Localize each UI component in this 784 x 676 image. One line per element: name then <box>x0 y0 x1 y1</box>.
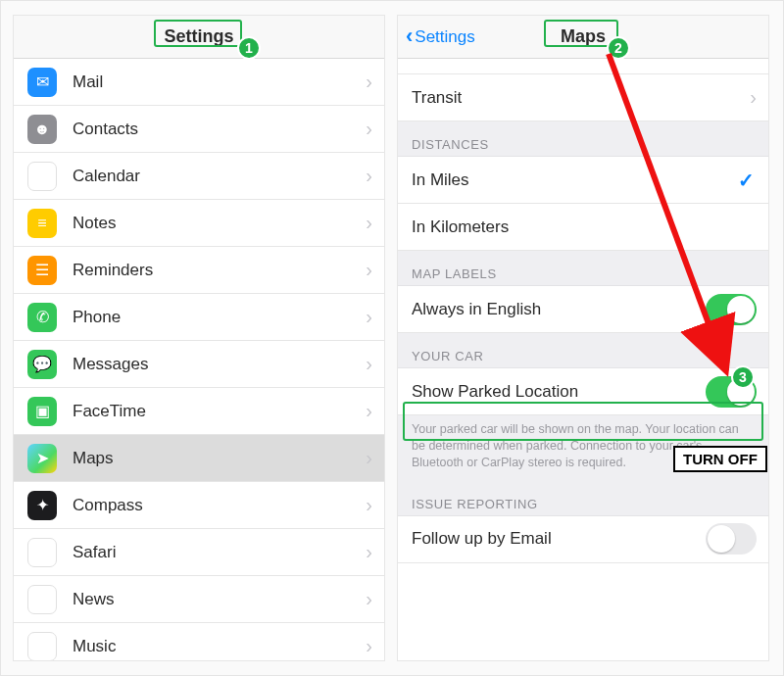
checkmark-icon: ✓ <box>738 169 755 192</box>
settings-row-music[interactable]: ♫ Music › <box>14 623 384 661</box>
row-follow-up-email[interactable]: Follow up by Email <box>398 516 768 563</box>
annotation-turn-off-label: TURN OFF <box>673 446 767 472</box>
maps-navbar: ‹ Settings Maps <box>398 16 768 59</box>
settings-row-reminders[interactable]: ☰ Reminders › <box>14 247 384 294</box>
maps-title: Maps <box>561 26 606 47</box>
row-in-miles[interactable]: In Miles ✓ <box>398 157 768 204</box>
group-map-labels: MAP LABELS <box>398 251 768 286</box>
annotation-badge-1: 1 <box>237 36 261 60</box>
chevron-right-icon: › <box>366 400 372 422</box>
chevron-right-icon: › <box>366 306 372 328</box>
settings-row-label: Messages <box>73 355 148 374</box>
row-always-english[interactable]: Always in English <box>398 286 768 333</box>
calendar-icon: 17 <box>27 162 57 191</box>
settings-row-label: Contacts <box>73 120 138 139</box>
chevron-right-icon: › <box>366 447 372 469</box>
settings-row-notes[interactable]: ≡ Notes › <box>14 200 384 247</box>
chevron-right-icon: › <box>750 86 757 109</box>
row-label: Driving & Navigation <box>412 59 563 61</box>
settings-row-label: FaceTime <box>73 402 146 421</box>
group-issue-reporting: ISSUE REPORTING <box>398 481 768 516</box>
settings-panel: Settings ✉︎ Mail › ☻ Contacts › 17 Calen… <box>13 15 385 661</box>
row-label: Follow up by Email <box>412 529 552 549</box>
settings-row-news[interactable]: N News › <box>14 576 384 623</box>
row-in-kilometers[interactable]: In Kilometers <box>398 204 768 251</box>
chevron-right-icon: › <box>750 59 757 62</box>
chevron-right-icon: › <box>366 635 372 657</box>
annotation-badge-3: 3 <box>731 365 755 389</box>
settings-row-mail[interactable]: ✉︎ Mail › <box>14 59 384 106</box>
chevron-left-icon: ‹ <box>406 25 413 47</box>
phone-icon: ✆ <box>27 303 57 332</box>
row-label: In Kilometers <box>412 217 509 237</box>
settings-row-facetime[interactable]: ▣ FaceTime › <box>14 388 384 435</box>
chevron-right-icon: › <box>366 541 372 563</box>
maps-panel: ‹ Settings Maps Driving & Navigation › T… <box>397 15 769 661</box>
row-label: Transit <box>412 88 462 108</box>
maps-icon: ➤ <box>27 444 57 473</box>
settings-row-label: Phone <box>73 308 121 327</box>
notes-icon: ≡ <box>27 209 57 238</box>
row-label: Show Parked Location <box>412 382 578 402</box>
group-distances: DISTANCES <box>398 121 768 157</box>
chevron-right-icon: › <box>366 165 372 187</box>
settings-row-label: Mail <box>73 72 103 92</box>
compass-icon: ✦ <box>27 491 57 520</box>
settings-row-maps[interactable]: ➤ Maps › <box>14 435 384 482</box>
row-driving-navigation[interactable]: Driving & Navigation › <box>398 59 768 74</box>
settings-row-label: Notes <box>73 214 116 233</box>
settings-row-calendar[interactable]: 17 Calendar › <box>14 153 384 200</box>
row-show-parked-location[interactable]: Show Parked Location <box>398 368 768 415</box>
chevron-right-icon: › <box>366 259 372 281</box>
settings-row-label: News <box>73 590 115 609</box>
reminders-icon: ☰ <box>27 256 57 285</box>
chevron-right-icon: › <box>366 588 372 610</box>
chevron-right-icon: › <box>366 494 372 516</box>
envelope-icon: ✉︎ <box>27 68 57 97</box>
contacts-icon: ☻ <box>27 115 57 144</box>
settings-row-compass[interactable]: ✦ Compass › <box>14 482 384 529</box>
settings-row-messages[interactable]: 💬 Messages › <box>14 341 384 388</box>
settings-navbar: Settings <box>14 16 384 59</box>
settings-row-phone[interactable]: ✆ Phone › <box>14 294 384 341</box>
chevron-right-icon: › <box>366 118 372 140</box>
settings-row-label: Safari <box>73 543 116 562</box>
row-label: In Miles <box>412 170 469 190</box>
settings-row-label: Music <box>73 637 116 656</box>
news-icon: N <box>27 585 57 614</box>
row-transit[interactable]: Transit › <box>398 74 768 121</box>
chevron-right-icon: › <box>366 71 372 93</box>
annotation-badge-2: 2 <box>607 36 630 60</box>
settings-row-label: Maps <box>73 449 114 468</box>
row-label: Always in English <box>412 300 541 319</box>
toggle-follow-up-email[interactable] <box>706 523 757 555</box>
screenshot-stage: Settings ✉︎ Mail › ☻ Contacts › 17 Calen… <box>0 0 784 676</box>
settings-row-label: Reminders <box>73 261 153 280</box>
toggle-always-english[interactable] <box>706 294 757 325</box>
chevron-right-icon: › <box>366 212 372 234</box>
settings-row-label: Compass <box>73 496 143 515</box>
chevron-right-icon: › <box>366 353 372 375</box>
back-button[interactable]: ‹ Settings <box>406 27 475 47</box>
group-your-car: YOUR CAR <box>398 333 768 368</box>
facetime-icon: ▣ <box>27 397 57 426</box>
music-icon: ♫ <box>27 632 57 661</box>
safari-icon: ◎ <box>27 538 57 567</box>
back-label: Settings <box>415 27 474 47</box>
settings-row-contacts[interactable]: ☻ Contacts › <box>14 106 384 153</box>
settings-row-safari[interactable]: ◎ Safari › <box>14 529 384 576</box>
messages-icon: 💬 <box>27 350 57 379</box>
row-driving-navigation-clipped: Driving & Navigation › <box>398 59 768 74</box>
settings-row-label: Calendar <box>73 167 140 186</box>
settings-title: Settings <box>164 26 233 47</box>
